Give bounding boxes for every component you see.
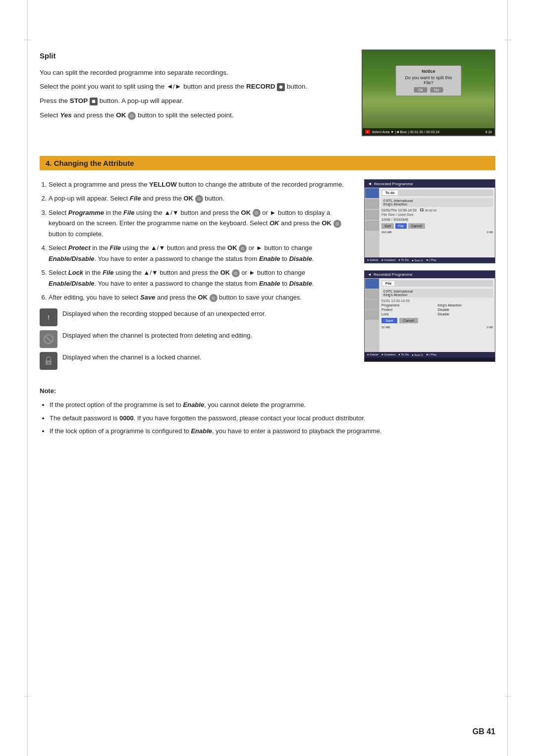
split-screenshot: Notice Do you want to split this File? O…: [362, 50, 495, 136]
channel-info-2: 0 RTL International: [383, 290, 491, 293]
prop-lock-value: Disable: [438, 312, 493, 316]
right-size-2: 0 6B: [487, 326, 493, 329]
stop-icon: ⏹: [90, 98, 98, 105]
size-value: 32MB / 30000MB: [381, 218, 493, 221]
split-section: Split You can split the recorded program…: [40, 50, 495, 136]
svg-text:!: !: [48, 314, 50, 321]
tab-todo[interactable]: To do: [382, 191, 398, 195]
delete-label: ● Delete: [367, 258, 378, 262]
note-item-1: If the protect option of the programme i…: [50, 400, 495, 410]
split-para-4: Select Yes and press the OK ⊙ button to …: [40, 110, 347, 121]
page-number: GB 41: [473, 727, 495, 736]
rec-screenshot-2: ◄ Recorded Programme File: [364, 270, 495, 362]
icon-item-2: Displayed when the channel is protected …: [40, 330, 349, 348]
bottom-info-2: 32 MB 0 6B: [381, 326, 493, 329]
sidebar-item-2b: [365, 289, 379, 299]
sort-btn[interactable]: Sort: [381, 223, 394, 229]
rec-main-1: To do 0 RTL International King's Atracti…: [379, 188, 495, 261]
tick-left-top: [24, 40, 31, 40]
icon-text-3: Displayed when the channel is a locked c…: [62, 352, 201, 362]
ok-button[interactable]: Ok: [414, 87, 427, 93]
sidebar-item-active: [365, 188, 379, 198]
ok-icon-5: ⊙: [232, 269, 240, 277]
status-text: Select Area ▼ | ■ Blue | 00:01:30 / 00:0…: [372, 130, 440, 134]
icon-list: ! Displayed when the recording stopped b…: [40, 308, 349, 370]
prop-protect-label: Protect: [381, 308, 437, 311]
sort-label-2: ● Sort ⊙: [412, 353, 423, 356]
page-border-left: [27, 0, 28, 756]
step-1: Select a programme and press the YELLOW …: [49, 179, 349, 190]
section4-header: 4. Changing the Attribute: [40, 156, 495, 170]
rec-body-1: To do 0 RTL International King's Atracti…: [365, 188, 495, 261]
cancel-btn[interactable]: Cancel: [408, 223, 425, 229]
tab-file[interactable]: File: [382, 281, 394, 286]
sidebar-active-2: [365, 279, 379, 289]
note-item-2: The default password is 0000. If you hav…: [50, 413, 495, 424]
ok-icon-4: ⊙: [239, 245, 247, 252]
prop-programme-label: Programme: [381, 303, 437, 307]
section4-content: Select a programme and press the YELLOW …: [40, 179, 495, 374]
rec-bottom-bar-1: ● Delete ● Unselect ● To Do ● Sort ⊙ ►| …: [365, 257, 495, 263]
rec-main-2: File 0 RTL International King's Atractio…: [379, 278, 495, 352]
cancel-btn-2[interactable]: Cancel: [399, 318, 418, 323]
split-para-2: Select the point you want to split using…: [40, 81, 347, 93]
rec-sidebar-2: [365, 278, 379, 352]
programme-info: King's Atraction: [383, 202, 491, 206]
ok-icon-2: ⊙: [195, 195, 203, 203]
icon-item-3: Displayed when the channel is a locked c…: [40, 352, 349, 370]
note-title: Note:: [40, 386, 495, 397]
ok-icon: ⊙: [128, 112, 136, 120]
no-button[interactable]: No: [430, 87, 443, 93]
date-text: 01/01/Thu 13:33-14:33: [381, 208, 417, 212]
warning-icon-badge: !: [40, 308, 57, 326]
file-btn[interactable]: File: [395, 223, 407, 229]
tick-right-bottom: [504, 696, 511, 697]
ok-icon-3: ⊙: [253, 209, 261, 217]
rec-bottom-bar-2: ● Delete ● Unselect ● To Do ● Sort ⊙ ►| …: [365, 352, 495, 357]
rec-indicator: ●: [365, 130, 370, 134]
svg-point-5: [48, 362, 50, 364]
unselect-label-2: ● Unselect: [381, 353, 396, 356]
time-display: 9:18: [485, 130, 492, 134]
svg-line-3: [46, 336, 52, 342]
split-image: Notice Do you want to split this File? O…: [362, 50, 495, 136]
sidebar-item-2: [365, 199, 379, 209]
sidebar-item-4b: [365, 310, 379, 320]
step-3: Select Programme in the File using the ▲…: [49, 207, 349, 239]
date-row-2: 01/01 13:33-14:33: [381, 299, 493, 302]
rec-info-1: 0 RTL International King's Atraction: [381, 198, 493, 207]
split-para-3: Press the STOP ⏹ button. A pop-up will a…: [40, 96, 347, 107]
bottom-info: 000 MB 0 6B: [381, 231, 493, 234]
split-title: Split: [40, 50, 347, 62]
rec-title-1: Recorded Programme: [374, 182, 413, 186]
prop-protect-value: Disable: [438, 308, 493, 311]
todo-label-2: ● To Do: [398, 353, 409, 356]
ok-icon-6: ⊙: [210, 294, 217, 302]
sort-label: ● Sort ⊙: [412, 258, 423, 262]
sidebar-item-3: [365, 210, 379, 220]
tick-left-bottom: [24, 696, 31, 697]
unselect-label: ● Unselect: [381, 258, 396, 262]
left-size-2: 32 MB: [381, 326, 390, 329]
right-size: 0 6B: [487, 231, 493, 234]
step-5: Select Lock in the File using the ▲/▼ bu…: [49, 267, 349, 289]
sidebar-item-4: [365, 221, 379, 231]
prop-lock-label: Lock: [381, 312, 437, 316]
prop-programme-value: King's Atraction: [438, 303, 493, 307]
icon-text-1: Displayed when the recording stopped bec…: [62, 308, 266, 319]
main-content: Split You can split the recorded program…: [40, 0, 495, 478]
rec-body-2: File 0 RTL International King's Atractio…: [365, 278, 495, 352]
split-text: Split You can split the recorded program…: [40, 50, 347, 136]
step-4: Select Protect in the File using the ▲/▼…: [49, 243, 349, 264]
popup-buttons: Ok No: [401, 87, 456, 93]
page-border-right: [507, 0, 508, 756]
protected-icon-badge: [40, 330, 57, 348]
step-6: After editing, you have to select Save a…: [49, 292, 349, 302]
arrow-left-1: ◄: [368, 181, 372, 186]
left-size: 000 MB: [381, 231, 392, 234]
tick-right-top: [504, 40, 511, 40]
ok-icon-3b: ⊙: [333, 220, 341, 228]
delete-label-2: ● Delete: [367, 353, 378, 356]
save-btn[interactable]: Save: [381, 318, 397, 323]
rec-info-2: 0 RTL International King's Atraction: [381, 289, 493, 298]
